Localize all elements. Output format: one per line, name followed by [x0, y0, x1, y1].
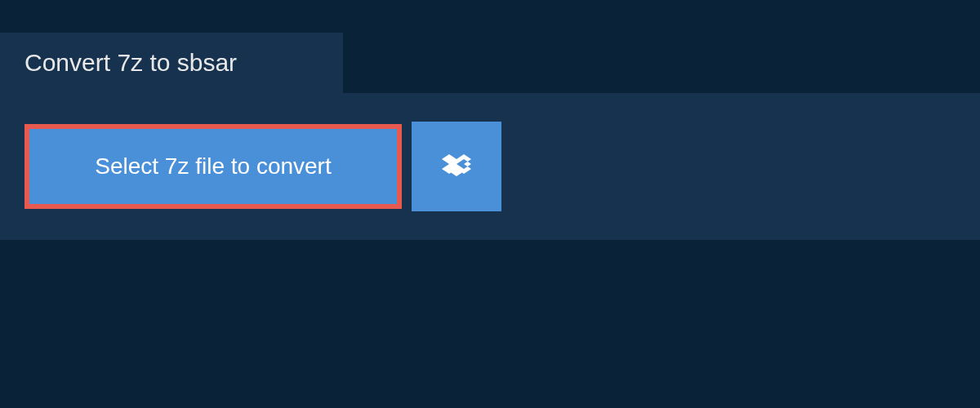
bottom-area — [0, 240, 980, 403]
select-button-highlight: Select 7z file to convert — [24, 124, 402, 209]
upload-panel: Select 7z file to convert — [0, 93, 980, 240]
dropbox-icon — [442, 152, 471, 181]
select-file-button[interactable]: Select 7z file to convert — [29, 129, 397, 204]
tab-title: Convert 7z to sbsar — [24, 49, 237, 76]
tab-convert[interactable]: Convert 7z to sbsar — [0, 33, 343, 93]
tab-container: Convert 7z to sbsar — [0, 33, 980, 93]
select-file-label: Select 7z file to convert — [95, 153, 331, 179]
dropbox-button[interactable] — [412, 122, 501, 211]
top-spacer — [0, 0, 980, 33]
